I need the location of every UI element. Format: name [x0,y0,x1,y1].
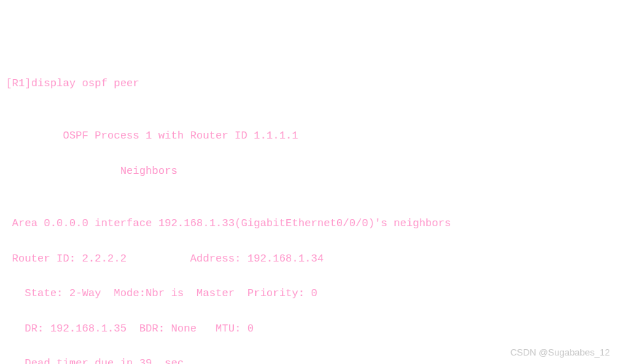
neighbors-header: Neighbors [6,163,611,181]
neighbor1-state: State: 2-Way Mode:Nbr is Master Priority… [6,286,611,303]
cli-command: [R1]display ospf peer [6,76,611,93]
area-interface-line: Area 0.0.0.0 interface 192.168.1.33(Giga… [6,216,611,233]
watermark: CSDN @Sugababes_12 [510,345,610,360]
ospf-process-header: OSPF Process 1 with Router ID 1.1.1.1 [6,128,611,146]
neighbor1-dr: DR: 192.168.1.35 BDR: None MTU: 0 [6,321,611,339]
neighbor1-router-id: Router ID: 2.2.2.2 Address: 192.168.1.34 [6,251,611,269]
